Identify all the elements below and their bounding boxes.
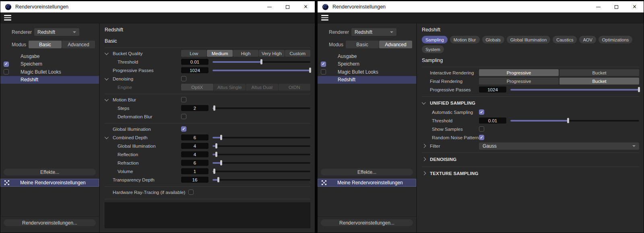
renderer-dropdown[interactable]: Redshift — [34, 28, 79, 36]
renderer-dropdown[interactable]: Redshift — [351, 28, 396, 36]
denoising-group[interactable]: DENOISING — [422, 154, 639, 164]
tab-aov[interactable]: AOV — [579, 36, 596, 43]
transparency-depth-slider[interactable] — [213, 177, 310, 182]
preset-item-selected[interactable]: Meine Rendervoreinstellungen — [318, 179, 416, 187]
tab-optimizations[interactable]: Optimizations — [599, 36, 633, 43]
sidebar-item-speichern[interactable]: Speichern — [0, 60, 99, 68]
chevron-right-icon[interactable] — [422, 144, 426, 148]
denoising-checkbox[interactable] — [181, 76, 186, 81]
progressive-passes-slider[interactable] — [213, 68, 310, 73]
progressive-passes-value-field[interactable]: 1024 — [181, 67, 208, 73]
modus-basic-button[interactable]: Basic — [29, 41, 62, 48]
modus-advanced-button[interactable]: Advanced — [379, 41, 412, 48]
slider-thumb[interactable] — [567, 118, 569, 123]
close-button[interactable]: × — [297, 1, 315, 12]
final-progressive-button[interactable]: Progressive — [479, 78, 559, 85]
quality-high-button[interactable]: High — [233, 50, 258, 57]
chevron-right-icon[interactable] — [422, 157, 426, 161]
preset-item-selected[interactable]: Meine Rendervoreinstellungen — [0, 179, 99, 187]
transparency-depth-value-field[interactable]: 16 — [181, 177, 208, 183]
chevron-down-icon[interactable] — [105, 76, 109, 80]
refraction-slider[interactable] — [213, 160, 310, 165]
quality-custom-button[interactable]: Custom — [285, 50, 310, 57]
threshold-value-field[interactable]: 0.01 — [181, 59, 208, 65]
minimize-button[interactable] — [589, 1, 607, 12]
quality-medium-button[interactable]: Medium — [207, 50, 232, 57]
chevron-down-icon[interactable] — [105, 97, 109, 101]
slider-thumb[interactable] — [213, 169, 215, 174]
slider-thumb[interactable] — [217, 177, 219, 182]
quality-low-button[interactable]: Low — [181, 50, 206, 57]
slider-thumb[interactable] — [638, 87, 640, 92]
chevron-right-icon[interactable] — [422, 171, 426, 175]
steps-value-field[interactable]: 2 — [181, 105, 208, 111]
threshold-value-field[interactable]: 0.01 — [479, 118, 506, 124]
filter-dropdown[interactable]: Gauss — [479, 142, 639, 150]
random-noise-pattern-checkbox[interactable] — [479, 135, 484, 140]
hardware-raytracing-checkbox[interactable] — [188, 190, 194, 195]
volume-value-field[interactable]: 1 — [181, 168, 208, 174]
close-button[interactable]: × — [625, 1, 644, 12]
hamburger-menu-icon[interactable] — [4, 15, 11, 21]
chevron-down-icon[interactable] — [422, 101, 426, 105]
progressive-passes-value-field[interactable]: 1024 — [479, 87, 506, 93]
maximize-button[interactable] — [607, 1, 625, 12]
chevron-down-icon[interactable] — [105, 51, 109, 55]
quality-very-high-button[interactable]: Very High — [259, 50, 284, 57]
speichern-checkbox[interactable] — [4, 62, 9, 67]
texture-sampling-group[interactable]: TEXTURE SAMPLING — [422, 168, 639, 178]
tab-caustics[interactable]: Caustics — [553, 36, 577, 43]
tab-global-illumination[interactable]: Global Illumination — [507, 36, 551, 43]
chevron-down-icon[interactable] — [105, 135, 109, 139]
threshold-slider[interactable] — [510, 118, 639, 123]
minimize-button[interactable] — [260, 1, 279, 12]
final-bucket-button[interactable]: Bucket — [559, 78, 639, 85]
deformation-blur-checkbox[interactable] — [181, 114, 186, 119]
sidebar-item-magic-bullet-looks[interactable]: Magic Bullet Looks — [0, 68, 99, 76]
magic-bullet-checkbox[interactable] — [4, 69, 9, 74]
slider-thumb[interactable] — [309, 68, 311, 73]
tab-globals[interactable]: Globals — [482, 36, 504, 43]
gi-depth-value-field[interactable]: 4 — [181, 143, 208, 149]
threshold-slider[interactable] — [213, 59, 310, 64]
speichern-checkbox[interactable] — [321, 62, 326, 67]
effects-button[interactable]: Effekte... — [4, 169, 96, 175]
tab-motion-blur[interactable]: Motion Blur — [450, 36, 480, 43]
reflection-slider[interactable] — [213, 152, 310, 157]
volume-slider[interactable] — [213, 169, 310, 174]
slider-thumb[interactable] — [260, 59, 262, 64]
modus-basic-button[interactable]: Basic — [346, 41, 379, 48]
render-settings-button[interactable]: Rendervoreinstellungen... — [321, 219, 413, 226]
show-samples-checkbox[interactable] — [479, 126, 484, 132]
progressive-passes-slider[interactable] — [510, 87, 639, 92]
gi-depth-slider[interactable] — [213, 143, 310, 148]
tab-sampling[interactable]: Sampling — [422, 36, 448, 43]
interactive-bucket-button[interactable]: Bucket — [559, 69, 639, 76]
sidebar-item-redshift[interactable]: Redshift — [0, 76, 99, 84]
effects-button[interactable]: Effekte... — [321, 169, 413, 175]
slider-thumb[interactable] — [220, 135, 222, 140]
magic-bullet-checkbox[interactable] — [321, 69, 326, 74]
render-settings-button[interactable]: Rendervoreinstellungen... — [4, 219, 96, 226]
motion-blur-checkbox[interactable] — [181, 97, 186, 102]
interactive-progressive-button[interactable]: Progressive — [479, 69, 559, 76]
sidebar-item-ausgabe[interactable]: Ausgabe — [318, 52, 416, 60]
slider-thumb[interactable] — [215, 143, 217, 148]
refraction-value-field[interactable]: 6 — [181, 160, 208, 166]
slider-thumb[interactable] — [220, 160, 222, 165]
global-illumination-checkbox[interactable] — [181, 126, 186, 132]
tab-system[interactable]: System — [422, 45, 444, 53]
sidebar-item-ausgabe[interactable]: Ausgabe — [0, 52, 99, 60]
automatic-sampling-checkbox[interactable] — [479, 109, 484, 115]
sidebar-item-redshift[interactable]: Redshift — [318, 76, 416, 84]
combined-depth-slider[interactable] — [213, 135, 310, 140]
steps-slider[interactable] — [213, 105, 310, 111]
unified-sampling-group[interactable]: UNIFIED SAMPLING — [422, 98, 639, 108]
maximize-button[interactable] — [279, 1, 297, 12]
combined-depth-value-field[interactable]: 6 — [181, 134, 208, 140]
hamburger-menu-icon[interactable] — [321, 15, 328, 21]
sidebar-item-speichern[interactable]: Speichern — [318, 60, 416, 68]
modus-advanced-button[interactable]: Advanced — [62, 41, 95, 48]
slider-thumb[interactable] — [213, 105, 215, 111]
slider-thumb[interactable] — [215, 152, 217, 157]
